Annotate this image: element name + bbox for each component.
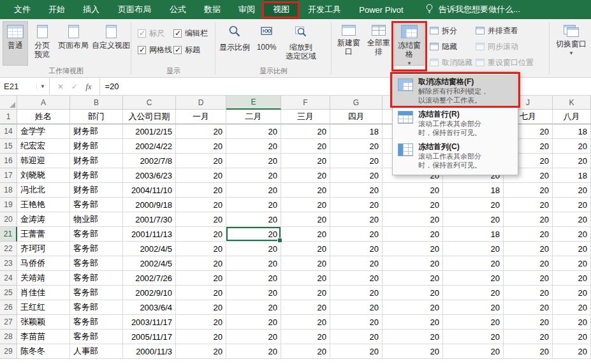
name-box[interactable]: E21 ▼ <box>0 78 50 95</box>
cell-I25[interactable]: 20 <box>443 286 504 300</box>
cell-A18[interactable]: 冯北北 <box>17 183 70 198</box>
cell-C15[interactable]: 2002/4/22 <box>123 139 176 154</box>
cell-B17[interactable]: 财务部 <box>70 168 123 183</box>
tab-home[interactable]: 开始 <box>40 0 74 19</box>
cell-J19[interactable]: 20 <box>504 198 553 212</box>
cell-A24[interactable]: 关靖靖 <box>17 271 70 286</box>
zoom-button[interactable]: 显示比例 <box>218 21 251 66</box>
cell-H20[interactable]: 20 <box>383 212 443 227</box>
cell-D1[interactable]: 一月 <box>176 110 226 124</box>
tab-review[interactable]: 审阅 <box>230 0 264 19</box>
cell-K16[interactable]: 20 <box>553 154 591 168</box>
cell-F24[interactable]: 20 <box>281 271 330 286</box>
cell-I28[interactable]: 20 <box>443 330 504 344</box>
insert-function-icon[interactable]: fx <box>85 82 91 92</box>
cell-E16[interactable]: 20 <box>226 154 281 168</box>
cell-H26[interactable]: 20 <box>383 300 443 315</box>
row-header-1[interactable]: 1 <box>0 110 17 124</box>
cell-H23[interactable]: 20 <box>383 256 443 271</box>
cell-D16[interactable]: 20 <box>176 154 226 168</box>
cell-K18[interactable]: 20 <box>553 183 591 198</box>
cell-J27[interactable]: 20 <box>504 315 553 330</box>
cell-I24[interactable]: 20 <box>443 271 504 286</box>
cell-D26[interactable]: 20 <box>176 300 226 315</box>
row-header-22[interactable]: 22 <box>0 242 17 256</box>
cell-A21[interactable]: 王蕾蕾 <box>17 227 70 242</box>
column-header-G[interactable]: G <box>330 96 383 110</box>
cell-A1[interactable]: 姓名 <box>17 110 70 124</box>
cell-C1[interactable]: 入公司日期 <box>123 110 176 124</box>
cell-C16[interactable]: 2002/7/8 <box>123 154 176 168</box>
cell-A17[interactable]: 刘晓晓 <box>17 168 70 183</box>
cell-D17[interactable]: 20 <box>176 168 226 183</box>
cell-E22[interactable]: 20 <box>226 242 281 256</box>
cell-I20[interactable]: 20 <box>443 212 504 227</box>
cell-K22[interactable]: 20 <box>553 242 591 256</box>
row-header-20[interactable]: 20 <box>0 212 17 227</box>
tab-file[interactable]: 文件 <box>5 0 40 19</box>
cell-K26[interactable]: 20 <box>553 300 591 315</box>
cell-F26[interactable]: 20 <box>281 300 330 315</box>
cell-B1[interactable]: 部门 <box>70 110 123 124</box>
cell-K27[interactable]: 20 <box>553 315 591 330</box>
cell-F28[interactable]: 20 <box>281 330 330 344</box>
column-header-K[interactable]: K <box>553 96 591 110</box>
cell-K25[interactable]: 20 <box>553 286 591 300</box>
row-header-15[interactable]: 15 <box>0 139 17 154</box>
cell-A16[interactable]: 韩迎迎 <box>17 154 70 168</box>
cell-C24[interactable]: 2002/7/26 <box>123 271 176 286</box>
cell-G27[interactable]: 20 <box>330 315 383 330</box>
cell-B25[interactable]: 客务部 <box>70 286 123 300</box>
cell-F1[interactable]: 三月 <box>281 110 330 124</box>
cell-C23[interactable]: 2002/4/5 <box>123 256 176 271</box>
cell-D15[interactable]: 20 <box>176 139 226 154</box>
cell-A27[interactable]: 张颖颖 <box>17 315 70 330</box>
headings-checkbox[interactable]: 标题 <box>173 45 200 55</box>
cell-G19[interactable]: 20 <box>330 198 383 212</box>
cell-G1[interactable]: 四月 <box>330 110 383 124</box>
cell-E1[interactable]: 二月 <box>226 110 281 124</box>
cell-G15[interactable]: 20 <box>330 139 383 154</box>
menu-item-freeze-top-row[interactable]: 冻结首行(R)滚动工作表其余部分 时，保持首行可见。 <box>393 107 518 140</box>
cell-A23[interactable]: 马侨侨 <box>17 256 70 271</box>
cell-E17[interactable]: 20 <box>226 168 281 183</box>
cell-H24[interactable]: 20 <box>383 271 443 286</box>
freeze-panes-button[interactable]: 冻结窗格 ▼ <box>394 21 425 66</box>
cell-F27[interactable]: 20 <box>281 315 330 330</box>
cell-E28[interactable]: 20 <box>226 330 281 344</box>
cell-G24[interactable]: 20 <box>330 271 383 286</box>
cell-F25[interactable]: 20 <box>281 286 330 300</box>
row-header-27[interactable]: 27 <box>0 315 17 330</box>
cell-E19[interactable]: 20 <box>226 198 281 212</box>
cell-K24[interactable]: 20 <box>553 271 591 286</box>
cell-J26[interactable]: 20 <box>504 300 553 315</box>
cell-A22[interactable]: 齐珂珂 <box>17 242 70 256</box>
cell-K19[interactable]: 20 <box>553 198 591 212</box>
cell-J29[interactable]: 20 <box>504 344 553 359</box>
cell-I29[interactable]: 20 <box>443 344 504 359</box>
cell-B19[interactable]: 客务部 <box>70 198 123 212</box>
ruler-checkbox[interactable]: 标尺 <box>138 28 164 39</box>
cell-C25[interactable]: 2002/9/10 <box>123 286 176 300</box>
cell-F16[interactable]: 20 <box>281 154 330 168</box>
cell-K28[interactable]: 20 <box>553 330 591 344</box>
cell-B23[interactable]: 客务部 <box>70 256 123 271</box>
cell-G20[interactable]: 20 <box>330 212 383 227</box>
cell-E23[interactable]: 20 <box>226 256 281 271</box>
cell-D22[interactable]: 20 <box>176 242 226 256</box>
cell-F15[interactable]: 20 <box>281 139 330 154</box>
cell-C17[interactable]: 2003/6/23 <box>123 168 176 183</box>
cell-F18[interactable]: 20 <box>281 183 330 198</box>
cell-C26[interactable]: 2003/6/4 <box>123 300 176 315</box>
row-header-18[interactable]: 18 <box>0 183 17 198</box>
tab-developer[interactable]: 开发工具 <box>298 0 351 19</box>
arrange-all-button[interactable]: 全部重排 <box>364 21 393 66</box>
cell-A19[interactable]: 王艳艳 <box>17 198 70 212</box>
cell-A14[interactable]: 金学学 <box>17 124 70 139</box>
tell-me[interactable]: 告诉我您想要做什么... <box>425 0 520 19</box>
cell-I23[interactable]: 20 <box>443 256 504 271</box>
cell-B26[interactable]: 客务部 <box>70 300 123 315</box>
cell-F17[interactable]: 20 <box>281 168 330 183</box>
cell-H29[interactable]: 20 <box>383 344 443 359</box>
cell-B24[interactable]: 客务部 <box>70 271 123 286</box>
